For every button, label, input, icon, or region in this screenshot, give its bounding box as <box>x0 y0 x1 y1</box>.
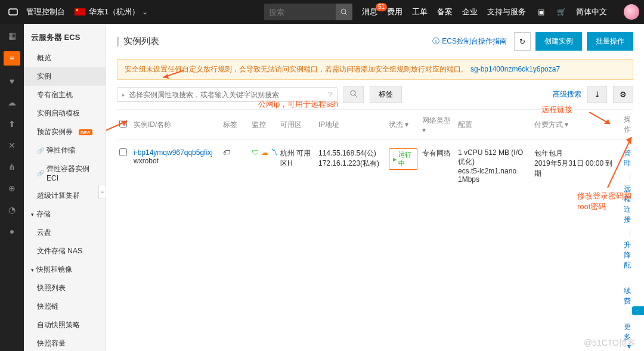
nav-ticket[interactable]: 工单 <box>412 7 428 17</box>
refresh-button[interactable]: ↻ <box>514 32 531 51</box>
flag-icon <box>75 8 85 15</box>
op-manage[interactable]: 管理 <box>624 148 631 169</box>
rail-item[interactable]: ✕ <box>6 139 18 151</box>
pay-expiry: 2019年5月31日 00:00 到期 <box>534 159 619 179</box>
watermark: @51CTO博客 <box>584 338 636 349</box>
cart-icon[interactable]: 🛒 <box>556 7 566 17</box>
col-pay[interactable]: 付费方式 ▾ <box>532 120 621 130</box>
svg-line-4 <box>355 95 357 97</box>
instance-nettype: 专有网络 <box>420 148 456 159</box>
op-renew[interactable]: 续费 <box>624 286 631 306</box>
settings-button[interactable]: ⚙ <box>613 86 633 103</box>
rail-item[interactable]: ⋔ <box>6 161 18 173</box>
sidebar-item-overview[interactable]: 概览 <box>24 49 106 67</box>
console-title: 管理控制台 <box>26 7 65 17</box>
region-selector[interactable]: 华东1（杭州） <box>89 7 140 17</box>
help-icon[interactable]: ? <box>328 90 332 99</box>
status-badge: ▸运行中 <box>389 148 417 170</box>
filter-input[interactable] <box>129 91 328 99</box>
sidebar-item-dedicated[interactable]: 专有宿主机 <box>24 86 106 104</box>
col-status[interactable]: 状态 ▾ <box>386 120 420 130</box>
select-all-checkbox[interactable] <box>119 120 127 128</box>
bulk-ops-button[interactable]: 批量操作 <box>587 32 633 51</box>
sidebar-item-disk[interactable]: 云盘 <box>24 223 106 242</box>
new-badge: new <box>79 129 92 135</box>
info-icon: ⓘ <box>432 36 439 46</box>
sidebar-item-snapshot-cap[interactable]: 快照容量 <box>24 334 106 351</box>
global-search[interactable] <box>264 4 352 20</box>
sidebar-group-storage[interactable]: ▾存储 <box>24 205 106 223</box>
col-nettype[interactable]: 网络类型 ▾ <box>420 116 456 134</box>
sidebar-item-instance[interactable]: 实例 <box>24 67 106 86</box>
main-content: 实例列表 ⓘECS控制台操作指南 ↻ 创建实例 批量操作 安全组未设置任何自定义… <box>106 24 644 351</box>
row-checkbox[interactable] <box>119 148 127 156</box>
sidebar-item-eci[interactable]: 🔗弹性容器实例 ECI <box>24 160 106 187</box>
sidebar-item-snapshot-chain[interactable]: 快照链 <box>24 297 106 316</box>
svg-point-1 <box>341 9 346 14</box>
caret-down-icon: ▾ <box>31 267 34 273</box>
rail-item[interactable]: ♥ <box>6 75 18 87</box>
cloud-icon[interactable]: ☁ <box>261 148 268 157</box>
rail-item-active[interactable]: ≡ <box>4 51 20 66</box>
sidebar-item-nas[interactable]: 文件存储 NAS <box>24 242 106 260</box>
col-tag: 标签 <box>221 120 249 130</box>
sidebar-item-auto-snapshot[interactable]: 自动快照策略 <box>24 316 106 334</box>
tags-button[interactable]: 标签 <box>370 86 402 103</box>
guide-link[interactable]: ⓘECS控制台操作指南 <box>432 36 507 46</box>
rail-item[interactable]: ⬆ <box>6 118 18 130</box>
advanced-search-link[interactable]: 高级搜索 <box>553 89 581 100</box>
rail-item[interactable]: ◔ <box>6 204 18 216</box>
col-monitor: 监控 <box>249 120 278 130</box>
sidebar-item-launch-tpl[interactable]: 实例启动模板 <box>24 104 106 123</box>
nav-messages[interactable]: 消息51 <box>362 7 377 17</box>
nav-support[interactable]: 支持与服务 <box>487 7 526 17</box>
sidebar-item-supercluster[interactable]: 超级计算集群 <box>24 187 106 205</box>
terminal-icon[interactable]: ▣ <box>535 7 546 17</box>
sidebar-group-snapshot[interactable]: ▾快照和镜像 <box>24 260 106 279</box>
search-input[interactable] <box>264 4 336 20</box>
create-instance-button[interactable]: 创建实例 <box>535 32 582 51</box>
private-ip: 172.16.1.223(私有) <box>318 159 384 169</box>
table-row: i-bp14ymqw967qqb5gfixj wxrobot 🏷 🛡 ☁ 〽 杭… <box>117 140 633 351</box>
chart-icon[interactable]: 〽 <box>271 148 278 157</box>
security-alert: 安全组未设置任何自定义放行规则，会导致无法访问实例端口，若需访问请添加安全组规则… <box>117 59 633 80</box>
public-ip: 114.55.168.54(公) <box>318 148 384 159</box>
link-icon: 🔗 <box>37 147 43 154</box>
avatar[interactable] <box>624 4 639 20</box>
nav-enterprise[interactable]: 企业 <box>462 7 478 17</box>
sidebar: 云服务器 ECS 概览 实例 专有宿主机 实例启动模板 预留实例券new 🔗弹性… <box>24 24 106 351</box>
nav-billing[interactable]: 费用 <box>387 7 402 17</box>
play-icon: ▸ <box>393 155 397 163</box>
search-submit-button[interactable] <box>343 86 364 103</box>
nav-lang[interactable]: 简体中文 <box>576 7 607 17</box>
instance-config-2: ecs.t5-lc2m1.nano 1Mbps <box>458 167 530 184</box>
rail-item[interactable]: ▦ <box>6 30 18 42</box>
rail-item[interactable]: ⊕ <box>6 182 18 194</box>
rail-item[interactable]: ☁ <box>6 97 18 108</box>
op-remote[interactable]: 远程连接 <box>624 184 631 225</box>
sidebar-item-reserved[interactable]: 预留实例券new <box>24 123 106 141</box>
filter-search[interactable]: ▸ ? <box>117 87 338 102</box>
op-upgrade[interactable]: 升降配 <box>624 240 631 271</box>
top-bar: 管理控制台 华东1（杭州） ⌄ 消息51 费用 工单 备案 企业 支持与服务 ▣… <box>0 0 644 24</box>
feedback-tab[interactable]: 咨询·建议 <box>632 306 644 315</box>
instance-config-1: 1 vCPU 512 MB (I/O优化) <box>458 148 530 167</box>
export-button[interactable]: ⤓ <box>587 86 607 103</box>
product-rail: ▦ ≡ ♥ ☁ ⬆ ✕ ⋔ ⊕ ◔ ● <box>0 24 24 351</box>
rail-item[interactable]: ● <box>6 225 18 237</box>
instance-id-link[interactable]: i-bp14ymqw967qqb5gfixj <box>134 148 218 157</box>
table-header: 实例ID/名称 标签 监控 可用区 IP地址 状态 ▾ 网络类型 ▾ 配置 付费… <box>117 109 633 140</box>
nav-filing[interactable]: 备案 <box>437 7 453 17</box>
page-title: 实例列表 <box>123 36 432 47</box>
sidebar-item-ess[interactable]: 🔗弹性伸缩 <box>24 141 106 160</box>
caret-down-icon: ▾ <box>31 212 34 218</box>
sidebar-item-snapshot-list[interactable]: 快照列表 <box>24 279 106 297</box>
col-id: 实例ID/名称 <box>131 120 221 130</box>
tag-icon[interactable]: 🏷 <box>223 148 230 157</box>
logo-icon[interactable] <box>5 4 21 20</box>
sidebar-collapse-icon[interactable]: ≡ <box>98 185 106 199</box>
search-button[interactable] <box>336 4 352 20</box>
col-config: 配置 <box>456 120 532 130</box>
shield-icon[interactable]: 🛡 <box>252 148 259 157</box>
alert-link[interactable]: sg-bp1400nzm6ck1y6poza7 <box>470 65 560 73</box>
